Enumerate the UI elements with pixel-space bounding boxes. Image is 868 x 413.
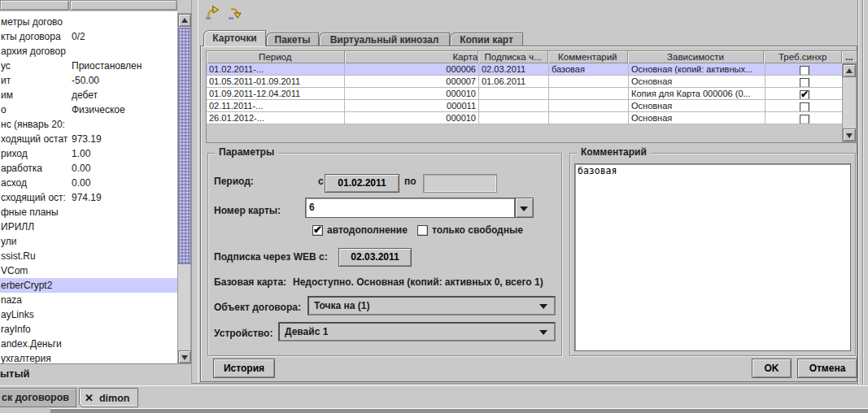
table-row[interactable]: 01.05.2011-01.09.2011 000007 01.06.2011 …	[207, 76, 857, 88]
sidebar-scrollbar[interactable]	[177, 13, 191, 364]
tab-cards[interactable]: Карточки	[203, 30, 266, 46]
list-item[interactable]: andex.Деньги	[0, 337, 177, 351]
card-number-dropdown-button[interactable]	[515, 198, 534, 218]
contract-object-dropdown[interactable]: Точка на (1)	[308, 296, 556, 315]
sync-checkbox[interactable]	[800, 102, 809, 112]
list-item[interactable]: VCom	[0, 263, 177, 278]
ok-button[interactable]: OK	[752, 359, 792, 378]
list-item[interactable]: метры догово	[0, 15, 177, 29]
list-item[interactable]: фные планы	[0, 205, 177, 220]
close-icon[interactable]: ✕	[85, 392, 94, 404]
list-item[interactable]: ходящий остат973.19	[0, 132, 177, 146]
scroll-down-button[interactable]	[843, 128, 856, 141]
item-label: erberCrypt2	[1, 278, 71, 293]
cell-card: 000010	[345, 88, 479, 100]
col-header-sync[interactable]: Треб.синхр	[764, 51, 842, 63]
cell-comment	[549, 76, 629, 88]
scroll-down-button[interactable]	[178, 350, 191, 363]
item-label: ходящий остат	[1, 132, 71, 146]
card-number-input[interactable]: 6	[305, 198, 515, 218]
tab-card-copies[interactable]: Копии карт	[450, 33, 523, 46]
autocomplete-checkbox[interactable]	[312, 225, 323, 236]
list-item[interactable]: аработка0.00	[0, 161, 177, 176]
cell-card: 000010	[345, 112, 479, 124]
list-item[interactable]: сходящий ост:974.19	[0, 190, 177, 205]
list-item[interactable]: rayInfo	[0, 322, 177, 337]
device-dropdown[interactable]: Девайс 1	[278, 322, 556, 341]
bottom-tab-bar: ск договоров ✕dimon	[0, 385, 868, 406]
cell-dependency: Основная	[629, 112, 765, 124]
list-item[interactable]: ИРИЛЛ	[0, 220, 177, 234]
list-item[interactable]: риход1.00	[0, 146, 177, 161]
sidebar-header-cell-1[interactable]	[0, 0, 69, 11]
cell-subscription	[479, 112, 549, 124]
list-item[interactable]: ayLinks	[0, 307, 177, 322]
period-to-label: по	[404, 176, 417, 187]
table-row[interactable]: 26.01.2012-... 000010 Основная	[207, 112, 857, 124]
list-item[interactable]: ssist.Ru	[0, 249, 177, 263]
params-group-title: Параметры	[215, 146, 278, 158]
cell-card: 000007	[345, 76, 479, 88]
cancel-button[interactable]: Отмена	[797, 359, 857, 378]
cell-sync	[765, 63, 844, 76]
list-item[interactable]: кты договора0/2	[0, 29, 177, 44]
list-item[interactable]: naza	[0, 293, 177, 307]
divider	[192, 383, 858, 384]
col-header-card[interactable]: Карта	[345, 51, 479, 63]
list-item[interactable]: ухгалтерия	[0, 351, 177, 364]
comment-textarea[interactable]: базовая	[574, 163, 851, 351]
item-label: асход	[1, 176, 71, 190]
cell-sync	[765, 100, 844, 112]
item-label: VCom	[1, 263, 71, 278]
column-chooser-button[interactable]: ...	[842, 51, 857, 63]
sync-checkbox[interactable]	[800, 90, 809, 100]
sync-checkbox[interactable]	[800, 115, 809, 124]
web-subscription-date-button[interactable]: 02.03.2011	[338, 248, 412, 267]
nav-back-arrow-icon[interactable]	[205, 4, 221, 20]
col-header-dependency[interactable]: Зависимости	[628, 51, 765, 63]
list-item[interactable]: асход0.00	[0, 176, 177, 190]
history-button[interactable]: История	[213, 359, 275, 378]
bottom-tab-contract-search[interactable]: ск договоров	[0, 388, 76, 407]
sidebar-header-cell-2[interactable]	[70, 0, 177, 11]
sync-checkbox[interactable]	[800, 78, 809, 88]
cell-period: 01.05.2011-01.09.2011	[207, 76, 345, 88]
nav-forward-arrow-icon[interactable]	[228, 4, 244, 20]
list-item[interactable]: нс (январь 20:	[0, 117, 177, 132]
cell-period: 02.11.2011-...	[207, 100, 345, 112]
cell-dependency: Копия для Карта 000006 (0...	[629, 88, 765, 100]
dropdown-value: Точка на (1)	[314, 300, 370, 311]
col-header-period[interactable]: Период	[207, 51, 345, 63]
table-row[interactable]: 02.11.2011-... 000011 Основная	[207, 100, 857, 112]
chevron-down-icon	[539, 304, 547, 309]
cell-subscription: 01.06.2011	[479, 76, 549, 88]
col-header-comment[interactable]: Комментарий	[548, 51, 628, 63]
list-item[interactable]: оФизическое	[0, 102, 177, 117]
list-item[interactable]: ули	[0, 234, 177, 249]
item-label: сходящий ост:	[1, 190, 71, 205]
period-from-date-button[interactable]: 01.02.2011	[325, 174, 399, 193]
tab-packages[interactable]: Пакеты	[266, 33, 319, 46]
list-item[interactable]: усПриостановлен	[0, 59, 177, 73]
sync-checkbox[interactable]	[800, 66, 809, 76]
scroll-up-button[interactable]	[843, 64, 856, 77]
period-from-label: с	[318, 176, 324, 187]
scrollbar-thumb[interactable]	[178, 28, 191, 264]
list-item[interactable]: ит-50.00	[0, 73, 177, 88]
table-scrollbar[interactable]	[842, 63, 857, 142]
item-value: 974.19	[72, 190, 102, 205]
list-item[interactable]: имдебет	[0, 88, 177, 102]
table-row[interactable]: 01.09.2011-12.04.2011 000010 Копия для К…	[207, 88, 857, 100]
item-label: naza	[1, 293, 71, 307]
free-only-checkbox[interactable]	[417, 225, 428, 236]
base-card-value: Недоступно. Основная (копий: активных 0,…	[293, 276, 543, 288]
tab-virtual-cinema[interactable]: Виртуальный кинозал	[319, 33, 450, 46]
list-item[interactable]: erberCrypt2	[0, 278, 177, 293]
list-item[interactable]: архия договор	[0, 44, 177, 59]
tab-label: ск договоров	[2, 392, 69, 403]
scroll-up-button[interactable]	[178, 14, 191, 27]
period-to-field[interactable]	[423, 174, 497, 193]
bottom-tab-dimon[interactable]: ✕dimon	[79, 388, 138, 407]
table-row[interactable]: 01.02.2011-... 000006 02.03.2011 базовая…	[207, 63, 857, 76]
col-header-subscription[interactable]: Подписка ч...	[478, 51, 548, 63]
